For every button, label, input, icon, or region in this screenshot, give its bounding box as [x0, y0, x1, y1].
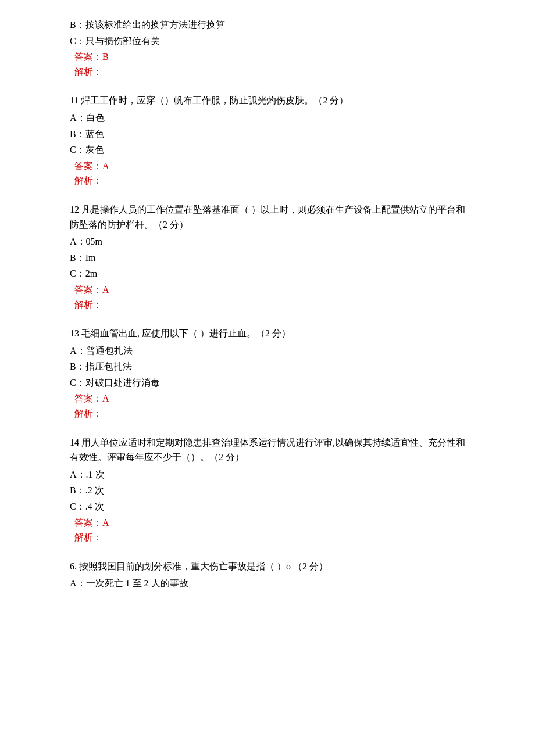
answer-12: 答案：A — [74, 282, 465, 298]
question-12-text: 12 凡是操作人员的工作位置在坠落基准面（ ）以上时，则必须在生产设备上配置供站… — [70, 202, 465, 232]
question-6-text: 6. 按照我国目前的划分标准，重大伤亡事故是指（ ）o （2 分） — [70, 559, 465, 574]
question-12: 12 凡是操作人员的工作位置在坠落基准面（ ）以上时，则必须在生产设备上配置供站… — [70, 202, 465, 312]
option-14-a: A：.1 次 — [70, 467, 465, 482]
answer-14: 答案：A — [74, 515, 465, 531]
analysis-10: 解析： — [74, 65, 465, 80]
option-13-a: A：普通包扎法 — [70, 343, 465, 359]
option-13-b: B：指压包扎法 — [70, 359, 465, 374]
option-12-c: C：2m — [70, 266, 465, 281]
analysis-14: 解析： — [74, 530, 465, 545]
option-14-b: B：.2 次 — [70, 483, 465, 498]
option-11-b: B：蓝色 — [70, 127, 465, 142]
question-10-partial: B：按该标准给出的换算方法进行换算 C：只与损伤部位有关 答案：B 解析： — [70, 17, 465, 79]
option-14-c: C：.4 次 — [70, 499, 465, 514]
option-10-c: C：只与损伤部位有关 — [70, 34, 465, 49]
question-14: 14 用人单位应适时和定期对隐患排查治理体系运行情况进行评审,以确保其持续适宜性… — [70, 435, 465, 545]
question-11: 11 焊工工作时，应穿（）帆布工作服，防止弧光灼伤皮肤。（2 分） A：白色 B… — [70, 93, 465, 188]
analysis-12: 解析： — [74, 298, 465, 313]
analysis-13: 解析： — [74, 406, 465, 421]
option-13-c: C：对破口处进行消毒 — [70, 375, 465, 390]
question-11-text: 11 焊工工作时，应穿（）帆布工作服，防止弧光灼伤皮肤。（2 分） — [70, 93, 465, 108]
option-11-a: A：白色 — [70, 110, 465, 126]
option-6-a: A：一次死亡 1 至 2 人的事故 — [70, 576, 465, 591]
option-12-a: A：05m — [70, 234, 465, 249]
answer-11: 答案：A — [74, 159, 465, 174]
option-10-b: B：按该标准给出的换算方法进行换算 — [70, 17, 465, 33]
option-11-c: C：灰色 — [70, 142, 465, 157]
question-6: 6. 按照我国目前的划分标准，重大伤亡事故是指（ ）o （2 分） A：一次死亡… — [70, 559, 465, 591]
analysis-11: 解析： — [74, 173, 465, 188]
question-13: 13 毛细血管出血, 应使用以下（ ）进行止血。（2 分） A：普通包扎法 B：… — [70, 326, 465, 421]
answer-13: 答案：A — [74, 391, 465, 406]
question-13-text: 13 毛细血管出血, 应使用以下（ ）进行止血。（2 分） — [70, 326, 465, 341]
question-14-text: 14 用人单位应适时和定期对隐患排查治理体系运行情况进行评审,以确保其持续适宜性… — [70, 435, 465, 465]
option-12-b: B：Im — [70, 250, 465, 266]
answer-10: 答案：B — [74, 49, 465, 65]
